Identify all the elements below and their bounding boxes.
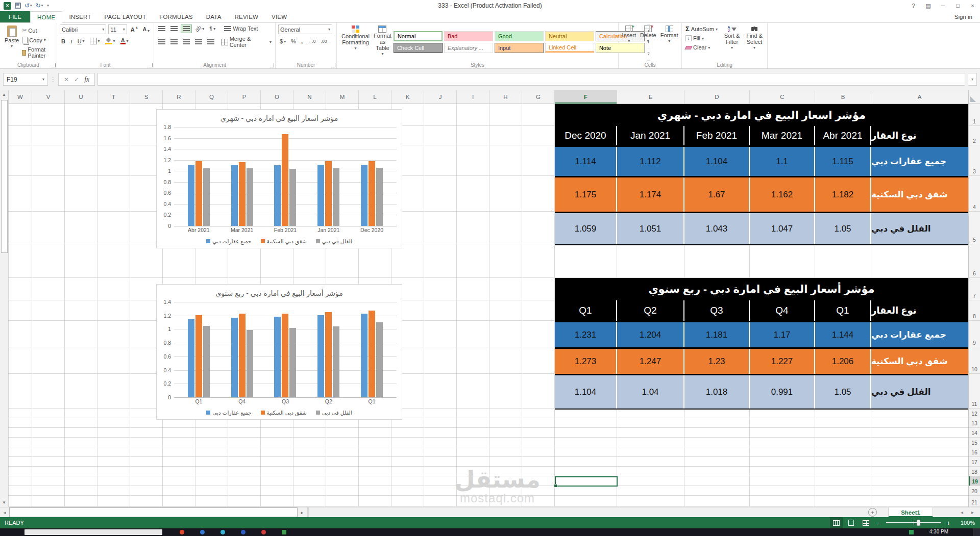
bar-series-1[interactable] xyxy=(188,165,194,226)
bar-series-1[interactable] xyxy=(274,165,281,226)
monthly-chart[interactable]: مؤشر اسعار البيع في امارة دبي - شهري1.81… xyxy=(156,109,402,248)
table-cell[interactable]: 1.104 xyxy=(684,147,750,176)
taskbar-app-icon[interactable] xyxy=(261,530,266,534)
font-family-select[interactable]: Calibri▾ xyxy=(60,24,106,34)
column-header-t[interactable]: T xyxy=(97,90,130,104)
table-cell[interactable]: 1.144 xyxy=(815,322,871,347)
bar-series-1[interactable] xyxy=(188,319,194,397)
formula-bar-splitter[interactable]: ⋮ xyxy=(51,76,56,82)
sign-in-link[interactable]: Sign in xyxy=(954,11,980,22)
table-cell[interactable]: 1.273 xyxy=(555,349,617,374)
bar-series-3[interactable] xyxy=(203,168,210,226)
table-row-label[interactable]: الفلل في دبي xyxy=(871,213,968,244)
grid-body[interactable]: مؤشر اسعار البيع في امارة دبي - شهريDec … xyxy=(9,104,968,507)
table-type-column-header[interactable]: نوع العقار xyxy=(871,126,968,145)
minimize-button[interactable]: ─ xyxy=(936,0,950,11)
top-align-button[interactable] xyxy=(157,25,167,33)
bar-series-2[interactable] xyxy=(239,162,246,226)
middle-align-button[interactable] xyxy=(169,25,179,33)
close-button[interactable]: × xyxy=(965,0,980,11)
column-header-m[interactable]: M xyxy=(326,90,359,104)
delete-cells-button[interactable]: × Delete▾ xyxy=(638,24,658,61)
bar-series-1[interactable] xyxy=(317,165,324,226)
column-header-l[interactable]: L xyxy=(359,90,391,104)
table-cell[interactable]: 1.104 xyxy=(555,375,617,409)
table-cell[interactable]: 1.05 xyxy=(815,375,871,409)
bar-series-3[interactable] xyxy=(247,330,253,397)
table-cell[interactable]: 1.051 xyxy=(617,213,684,244)
column-header-v[interactable]: V xyxy=(32,90,65,104)
bar-series-1[interactable] xyxy=(274,317,281,397)
row-header-6[interactable]: 6 xyxy=(969,244,980,278)
column-header-u[interactable]: U xyxy=(65,90,97,104)
cell-style-neutral[interactable]: Neutral xyxy=(545,31,594,41)
quarterly-price-index-table[interactable]: مؤشر أسعار البيع في امارة دبي - ربع سنوي… xyxy=(555,278,968,410)
merge-center-button[interactable]: Merge & Center▾ xyxy=(220,35,273,48)
table-header-cell[interactable]: Q4 xyxy=(750,300,815,321)
table-header-cell[interactable]: Q1 xyxy=(815,300,871,321)
table-header-cell[interactable]: Q1 xyxy=(555,300,617,321)
normal-view-button[interactable] xyxy=(830,517,843,528)
format-as-table-button[interactable]: Format as Table▾ xyxy=(372,24,394,61)
bar-series-2[interactable] xyxy=(369,311,375,397)
bar-series-3[interactable] xyxy=(376,322,383,397)
increase-indent-button[interactable] xyxy=(206,38,216,46)
scroll-up-icon[interactable]: ▲ xyxy=(0,90,9,99)
center-button[interactable] xyxy=(169,38,179,46)
zoom-level[interactable]: 100% xyxy=(955,520,975,526)
row-header-17[interactable]: 17 xyxy=(969,457,980,467)
sheet-tab-sheet1[interactable]: Sheet1 xyxy=(888,507,933,517)
taskbar-app-icon[interactable] xyxy=(220,530,225,534)
row-header-2[interactable]: 2 xyxy=(969,126,980,145)
column-header-o[interactable]: O xyxy=(261,90,293,104)
fill-button[interactable]: ↓Fill▾ xyxy=(684,35,719,42)
expand-formula-bar-icon[interactable]: ▾ xyxy=(968,73,977,86)
number-dialog-launcher[interactable] xyxy=(331,63,335,67)
bold-button[interactable]: B xyxy=(60,37,67,45)
row-header-5[interactable]: 5 xyxy=(969,212,980,244)
insert-function-icon[interactable]: fx xyxy=(84,75,89,84)
row-header-14[interactable]: 14 xyxy=(969,428,980,438)
font-size-select[interactable]: 11▾ xyxy=(108,24,127,34)
column-header-s[interactable]: S xyxy=(130,90,163,104)
table-cell[interactable]: 1.047 xyxy=(750,213,815,244)
bar-series-1[interactable] xyxy=(361,314,368,397)
table-row-label[interactable]: شقق دبي السكنية xyxy=(871,177,968,212)
column-header-j[interactable]: J xyxy=(424,90,457,104)
column-header-q[interactable]: Q xyxy=(195,90,228,104)
font-color-button[interactable]: A▾ xyxy=(119,37,130,45)
table-cell[interactable]: 1.1 xyxy=(750,147,815,176)
tray-icon[interactable] xyxy=(909,530,914,534)
taskbar-app-icon[interactable] xyxy=(200,530,205,534)
conditional-formatting-button[interactable]: Conditional Formatting▾ xyxy=(339,24,372,61)
cell-style-linked-cell[interactable]: Linked Cell xyxy=(545,43,594,53)
table-cell[interactable]: 1.67 xyxy=(684,177,750,212)
bar-series-3[interactable] xyxy=(376,168,383,226)
table-cell[interactable]: 1.23 xyxy=(684,349,750,374)
row-header-20[interactable]: 20 xyxy=(969,486,980,496)
table-row-label[interactable]: جميع عقارات دبي xyxy=(871,147,968,176)
wrap-text-button[interactable]: Wrap Text xyxy=(223,25,259,32)
row-header-8[interactable]: 8 xyxy=(969,300,980,321)
column-header-k[interactable]: K xyxy=(391,90,424,104)
row-header-3[interactable]: 3 xyxy=(969,145,980,176)
comma-format-button[interactable]: , xyxy=(300,37,304,45)
bar-series-1[interactable] xyxy=(361,165,368,226)
row-header-15[interactable]: 15 xyxy=(969,438,980,447)
column-header-p[interactable]: P xyxy=(228,90,261,104)
bar-series-1[interactable] xyxy=(231,165,238,226)
page-layout-view-button[interactable] xyxy=(845,517,857,528)
bar-series-2[interactable] xyxy=(195,161,202,226)
row-header-13[interactable]: 13 xyxy=(969,418,980,428)
enter-icon[interactable]: ✓ xyxy=(74,76,79,83)
row-header-16[interactable]: 16 xyxy=(969,447,980,457)
decrease-decimal-button[interactable]: .00→ xyxy=(320,38,333,45)
row-header-10[interactable]: 10 xyxy=(969,347,980,374)
bar-series-2[interactable] xyxy=(282,134,288,226)
column-header-c[interactable]: C xyxy=(750,90,815,104)
table-header-cell[interactable]: Jan 2021 xyxy=(617,126,684,145)
table-cell[interactable]: 1.206 xyxy=(815,349,871,374)
redo-dropdown-icon[interactable]: ▾ xyxy=(41,3,43,9)
bar-series-2[interactable] xyxy=(369,161,375,226)
alignment-dialog-launcher[interactable] xyxy=(270,63,274,67)
